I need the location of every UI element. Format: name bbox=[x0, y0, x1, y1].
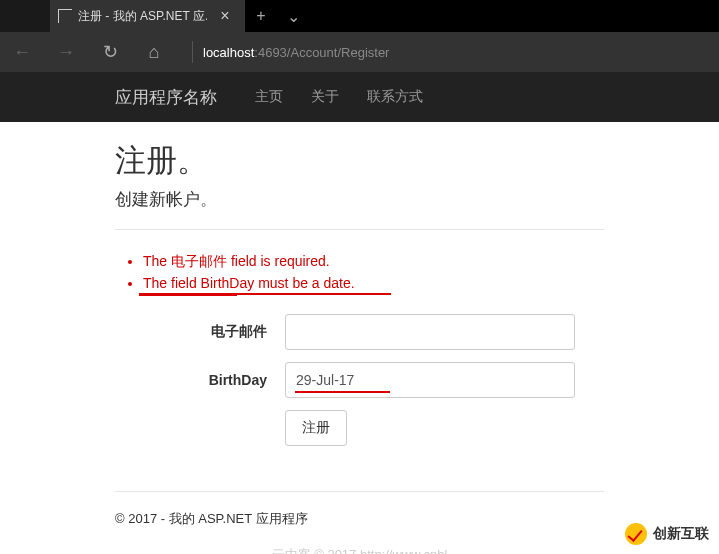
url-path: :4693/Account/Register bbox=[254, 45, 389, 60]
email-label: 电子邮件 bbox=[115, 323, 285, 341]
nav-link-home[interactable]: 主页 bbox=[255, 88, 283, 106]
brand-badge: 创新互联 bbox=[579, 514, 719, 554]
annotation-underline bbox=[295, 391, 390, 393]
error-item: The 电子邮件 field is required. bbox=[143, 250, 604, 272]
tab-spacer bbox=[0, 0, 50, 32]
footer: © 2017 - 我的 ASP.NET 应用程序 bbox=[115, 491, 604, 528]
address-bar: ← → ↻ ⌂ localhost:4693/Account/Register bbox=[0, 32, 719, 72]
submit-row: 注册 bbox=[115, 410, 604, 446]
brand-label[interactable]: 应用程序名称 bbox=[115, 86, 217, 109]
nav-link-about[interactable]: 关于 bbox=[311, 88, 339, 106]
watermark: 云中客 © 2017 http://www.cnbl bbox=[115, 546, 604, 554]
site-nav: 应用程序名称 主页 关于 联系方式 bbox=[0, 72, 719, 122]
error-text: The field BirthDay must be a date. bbox=[143, 275, 355, 291]
badge-check-icon bbox=[625, 523, 647, 545]
birthday-label: BirthDay bbox=[115, 372, 285, 388]
form-row-email: 电子邮件 bbox=[115, 314, 604, 350]
new-tab-button[interactable]: + bbox=[245, 0, 277, 32]
forward-button[interactable]: → bbox=[52, 42, 80, 63]
tab-menu-chevron-icon[interactable]: ⌄ bbox=[277, 0, 309, 32]
url-host: localhost bbox=[203, 45, 254, 60]
error-item: The field BirthDay must be a date. bbox=[143, 272, 604, 296]
main-content: 注册。 创建新帐户。 The 电子邮件 field is required. T… bbox=[0, 122, 719, 554]
browser-tab[interactable]: 注册 - 我的 ASP.NET 应... × bbox=[50, 0, 245, 32]
annotation-underline bbox=[139, 294, 237, 296]
close-icon[interactable]: × bbox=[213, 7, 237, 25]
page-subtitle: 创建新帐户。 bbox=[115, 188, 604, 211]
form-row-birthday: BirthDay bbox=[115, 362, 604, 398]
refresh-button[interactable]: ↻ bbox=[96, 41, 124, 63]
email-field[interactable] bbox=[285, 314, 575, 350]
home-button[interactable]: ⌂ bbox=[140, 42, 168, 63]
browser-tab-bar: 注册 - 我的 ASP.NET 应... × + ⌄ bbox=[0, 0, 719, 32]
badge-text: 创新互联 bbox=[653, 525, 709, 543]
back-button[interactable]: ← bbox=[8, 42, 36, 63]
page-title: 注册。 bbox=[115, 140, 604, 182]
validation-summary: The 电子邮件 field is required. The field Bi… bbox=[143, 250, 604, 296]
nav-link-contact[interactable]: 联系方式 bbox=[367, 88, 423, 106]
tab-title: 注册 - 我的 ASP.NET 应... bbox=[78, 8, 207, 25]
page-icon bbox=[58, 9, 72, 23]
url-field[interactable]: localhost:4693/Account/Register bbox=[184, 41, 711, 63]
register-button[interactable]: 注册 bbox=[285, 410, 347, 446]
separator bbox=[192, 41, 193, 63]
divider bbox=[115, 229, 604, 230]
